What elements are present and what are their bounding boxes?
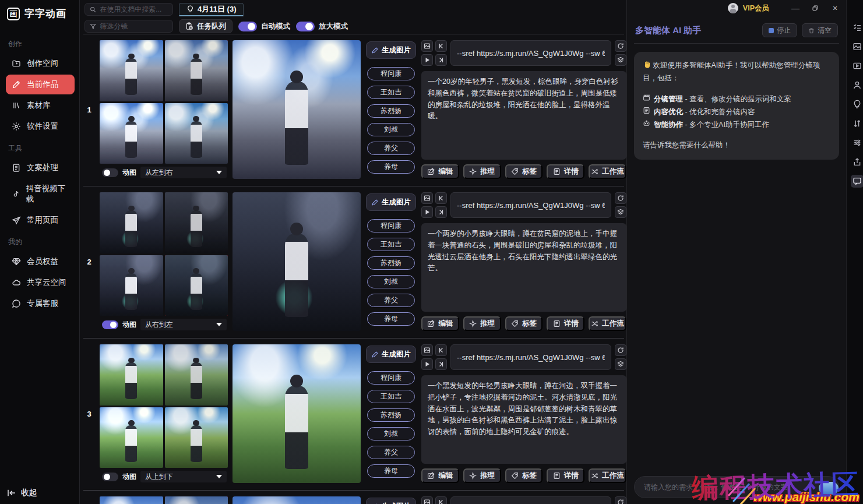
video-icon[interactable] bbox=[851, 59, 863, 72]
sidebar-item-copy-processing[interactable]: 文案处理 bbox=[6, 158, 75, 178]
detail-button[interactable]: 详情 bbox=[547, 468, 584, 483]
image-ref-button[interactable] bbox=[421, 40, 433, 52]
filter-input[interactable] bbox=[100, 22, 168, 30]
edit-button[interactable]: 编辑 bbox=[421, 316, 459, 331]
skip-end-button[interactable] bbox=[435, 358, 447, 370]
close-button[interactable]: × bbox=[826, 2, 844, 15]
thumbnail-4-selected[interactable] bbox=[165, 255, 228, 316]
thumbnail-2-selected[interactable] bbox=[165, 496, 228, 504]
thumbnail-1[interactable] bbox=[100, 40, 163, 101]
sref-input[interactable] bbox=[450, 344, 611, 370]
play-button[interactable] bbox=[421, 206, 433, 218]
image-icon[interactable] bbox=[851, 40, 863, 53]
character-chip[interactable]: 苏烈扬 bbox=[367, 256, 415, 270]
thumbnail-4[interactable] bbox=[165, 103, 228, 164]
thumbnail-3[interactable] bbox=[100, 255, 163, 316]
sidebar-item-membership[interactable]: 会员权益 bbox=[6, 252, 75, 272]
thumbnail-1[interactable] bbox=[100, 192, 163, 253]
shot-description[interactable]: 一个两岁的小男孩睁大眼睛，蹲在贫民窟的泥地上，手中握着一块普通的石头，周围是破旧… bbox=[421, 223, 626, 312]
toggle-track[interactable] bbox=[238, 22, 257, 31]
character-chip[interactable]: 王如吉 bbox=[367, 390, 415, 403]
character-chip[interactable]: 刘叔 bbox=[367, 275, 415, 288]
edit-button[interactable]: 编辑 bbox=[421, 164, 459, 179]
animate-toggle[interactable] bbox=[102, 168, 118, 177]
workflow-button[interactable]: 工作流 bbox=[589, 468, 626, 483]
refresh-button[interactable] bbox=[615, 344, 626, 356]
toggle-track[interactable] bbox=[296, 22, 315, 31]
skip-start-button[interactable] bbox=[435, 40, 447, 52]
restore-button[interactable] bbox=[806, 2, 824, 15]
sref-input[interactable] bbox=[450, 496, 611, 504]
layers-button[interactable] bbox=[615, 358, 626, 370]
thumbnail-3[interactable] bbox=[100, 103, 163, 164]
thumbnail-2[interactable] bbox=[165, 344, 228, 406]
shot-description[interactable]: 一个20岁的年轻男子，黑发短发，棕色眼眸，身穿白色衬衫和黑色西裤，微笑着站在贫民… bbox=[421, 71, 626, 160]
thumbnail-1-selected[interactable] bbox=[100, 344, 163, 406]
character-chip[interactable]: 养父 bbox=[367, 446, 415, 459]
direction-select[interactable]: 从上到下 bbox=[140, 471, 227, 482]
skip-start-button[interactable] bbox=[435, 344, 447, 356]
character-chip[interactable]: 程问康 bbox=[367, 371, 415, 385]
sidebar-item-common-pages[interactable]: 常用页面 bbox=[6, 210, 75, 230]
preview-image[interactable] bbox=[233, 40, 361, 179]
preview-image[interactable] bbox=[233, 344, 361, 483]
thumbnail-1[interactable] bbox=[100, 496, 163, 504]
refresh-button[interactable] bbox=[615, 496, 626, 504]
thumbnail-2[interactable] bbox=[165, 192, 228, 253]
direction-select[interactable]: 从左到右 bbox=[140, 167, 227, 178]
layers-button[interactable] bbox=[615, 54, 626, 66]
tag-button[interactable]: 标签 bbox=[505, 164, 543, 179]
shot-filter[interactable] bbox=[84, 20, 173, 33]
character-chip[interactable]: 程问康 bbox=[367, 219, 415, 232]
play-button[interactable] bbox=[421, 54, 433, 66]
sidebar-item-settings[interactable]: 软件设置 bbox=[6, 117, 75, 136]
detail-button[interactable]: 详情 bbox=[547, 164, 584, 179]
thumbnail-3[interactable] bbox=[100, 407, 163, 468]
refresh-button[interactable] bbox=[615, 192, 626, 204]
sidebar-item-asset-library[interactable]: 素材库 bbox=[6, 96, 75, 115]
animate-toggle[interactable] bbox=[102, 473, 118, 481]
direction-select[interactable]: 从右到左 bbox=[140, 319, 227, 330]
skip-end-button[interactable] bbox=[435, 206, 447, 218]
character-chip[interactable]: 养母 bbox=[367, 464, 415, 478]
person-icon[interactable] bbox=[851, 79, 863, 91]
checklist-icon[interactable] bbox=[851, 21, 863, 34]
character-chip[interactable]: 养父 bbox=[367, 142, 415, 155]
image-ref-button[interactable] bbox=[421, 192, 433, 204]
lightbulb-icon[interactable] bbox=[851, 98, 863, 111]
preview-image[interactable] bbox=[233, 192, 361, 331]
minimize-button[interactable]: — bbox=[787, 2, 804, 15]
infer-button[interactable]: 推理 bbox=[463, 316, 501, 331]
workflow-button[interactable]: 工作流 bbox=[589, 316, 626, 331]
image-ref-button[interactable] bbox=[421, 496, 433, 504]
character-chip[interactable]: 苏烈扬 bbox=[367, 104, 415, 118]
user-avatar[interactable] bbox=[728, 3, 738, 13]
infer-button[interactable]: 推理 bbox=[463, 164, 501, 179]
workflow-button[interactable]: 工作流 bbox=[589, 164, 626, 179]
character-chip[interactable]: 刘叔 bbox=[367, 427, 415, 440]
skip-start-button[interactable] bbox=[435, 496, 447, 504]
thumbnail-2-selected[interactable] bbox=[165, 40, 228, 101]
collapse-sidebar-button[interactable]: 收起 bbox=[7, 488, 37, 498]
sref-input[interactable] bbox=[450, 192, 611, 218]
sidebar-item-customer-service[interactable]: 专属客服 bbox=[6, 294, 75, 313]
refresh-button[interactable] bbox=[615, 40, 626, 52]
image-ref-button[interactable] bbox=[421, 344, 433, 356]
sidebar-item-douyin-download[interactable]: 抖音视频下载 bbox=[6, 179, 75, 209]
infer-button[interactable]: 推理 bbox=[463, 468, 501, 483]
character-chip[interactable]: 养母 bbox=[367, 312, 415, 326]
stop-button[interactable]: 停止 bbox=[762, 23, 797, 37]
character-chip[interactable]: 王如吉 bbox=[367, 238, 415, 251]
character-chip[interactable]: 养父 bbox=[367, 294, 415, 307]
skip-start-button[interactable] bbox=[435, 192, 447, 204]
animate-toggle[interactable] bbox=[102, 320, 118, 329]
share-icon[interactable] bbox=[851, 156, 863, 168]
generate-image-button[interactable]: 生成图片 bbox=[366, 346, 416, 363]
skip-end-button[interactable] bbox=[435, 54, 447, 66]
generate-image-button[interactable]: 生成图片 bbox=[366, 41, 416, 59]
detail-button[interactable]: 详情 bbox=[547, 316, 584, 331]
auto-mode-toggle[interactable]: 自动模式 bbox=[238, 22, 290, 31]
sliders-icon[interactable] bbox=[851, 136, 863, 149]
character-chip[interactable]: 苏烈扬 bbox=[367, 408, 415, 422]
task-queue-button[interactable]: 任务队列 bbox=[179, 19, 233, 33]
